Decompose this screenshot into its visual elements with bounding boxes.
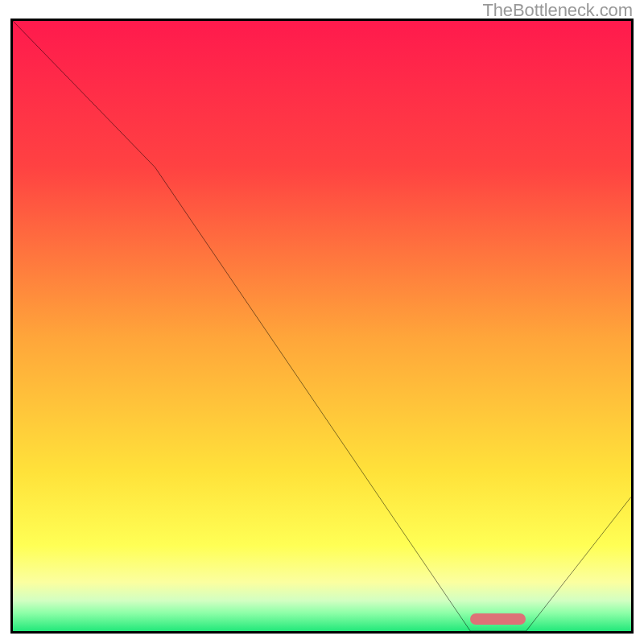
chart-frame	[10, 19, 634, 634]
svg-rect-0	[13, 21, 631, 631]
chart-background-gradient	[13, 21, 631, 631]
optimal-range-marker	[470, 613, 526, 625]
